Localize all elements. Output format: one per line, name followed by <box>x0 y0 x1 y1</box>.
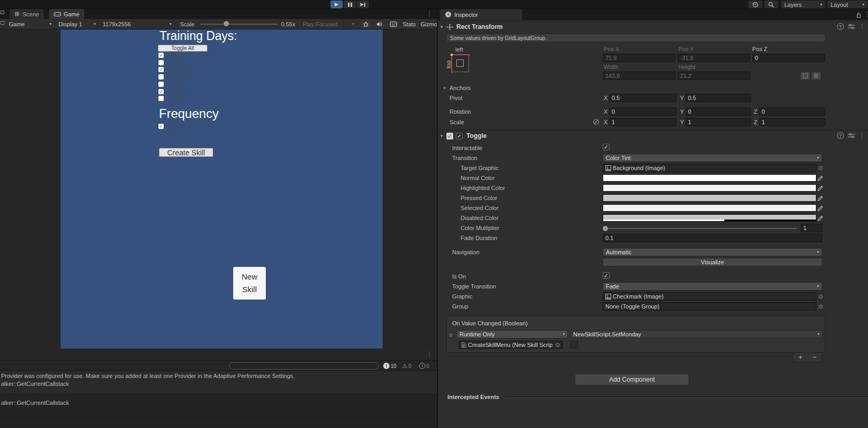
display-dropdown[interactable]: Display 1 ▾ <box>56 20 99 28</box>
console-search-input[interactable] <box>229 362 378 370</box>
play-button[interactable]: ▶ <box>331 1 343 8</box>
day-checkbox[interactable] <box>158 74 164 79</box>
fade-duration-field[interactable]: 0.1 <box>603 234 822 242</box>
debug-button[interactable] <box>360 20 372 28</box>
object-picker-icon[interactable]: ⊙ <box>817 302 824 311</box>
dock-icon[interactable] <box>1 21 4 25</box>
presets-icon[interactable] <box>848 24 855 29</box>
visualize-button[interactable]: Visualize <box>603 258 822 266</box>
new-skill-button[interactable]: NewSkill <box>233 267 266 300</box>
layout-dropdown[interactable]: Layout ▾ <box>827 1 867 8</box>
highlighted-color-swatch[interactable] <box>603 184 816 192</box>
help-icon[interactable]: ? <box>837 23 844 30</box>
console-log-entry[interactable]: Provider was configured for use. Make su… <box>0 371 437 394</box>
event-mode-dropdown[interactable]: Runtime Only ▾ <box>456 330 568 339</box>
color-multiplier-slider-thumb[interactable] <box>603 226 608 231</box>
foldout-icon[interactable]: ▼ <box>438 134 445 138</box>
pause-button[interactable] <box>344 1 356 8</box>
event-function-dropdown[interactable]: NewSkillScript.SetMonday ▾ <box>570 330 823 339</box>
day-checkbox[interactable] <box>158 96 164 101</box>
biweekly-toggle-row[interactable]: ✓ Biweekly <box>158 123 186 130</box>
toggle-transition-dropdown[interactable]: Fade ▾ <box>603 282 822 291</box>
scale-x-field[interactable]: 1 <box>609 118 676 126</box>
drag-handle-icon[interactable]: ≡ <box>449 332 452 338</box>
undo-history-button[interactable] <box>749 1 762 8</box>
pos-z-field[interactable]: 0 <box>752 54 825 62</box>
transition-dropdown[interactable]: Color Tint ▾ <box>603 154 822 162</box>
raw-edit-mode-button[interactable]: R <box>811 72 821 80</box>
tab-scene[interactable]: Scene <box>9 9 44 19</box>
info-filter-badge[interactable]: ! 10 <box>383 362 396 370</box>
create-skill-button[interactable]: Create Skill <box>159 148 213 157</box>
eyedropper-icon[interactable] <box>816 174 824 182</box>
day-toggle-row[interactable]: ✓Monday <box>158 52 185 58</box>
navigation-dropdown[interactable]: Automatic ▾ <box>603 248 822 256</box>
add-component-button[interactable]: Add Component <box>575 374 689 385</box>
mute-audio-button[interactable] <box>374 20 385 28</box>
object-picker-icon[interactable]: ⊙ <box>555 342 560 349</box>
day-toggle-row[interactable]: Friday <box>158 81 181 87</box>
rotation-x-field[interactable]: 0 <box>609 107 676 116</box>
day-toggle-row[interactable]: ✓Saturday <box>158 88 187 95</box>
dock-icon[interactable] <box>1 11 4 14</box>
scale-slider-track[interactable] <box>200 24 278 25</box>
toggle-component-header[interactable]: ▼ ✓ ✓ Toggle ? ⋮ <box>438 130 868 142</box>
search-everywhere-button[interactable] <box>764 1 778 8</box>
inspector-menu-icon[interactable]: ⋮ <box>864 11 868 18</box>
disabled-color-swatch[interactable] <box>603 214 816 222</box>
remove-event-button[interactable]: − <box>807 353 822 362</box>
component-enabled-checkbox[interactable]: ✓ <box>456 133 463 140</box>
is-on-checkbox[interactable]: ✓ <box>603 272 610 279</box>
normal-color-swatch[interactable] <box>603 174 816 182</box>
virtual-keyboard-button[interactable] <box>387 20 399 28</box>
help-icon[interactable]: ? <box>837 132 844 139</box>
color-multiplier-slider-track[interactable] <box>605 228 797 229</box>
anchors-foldout-icon[interactable]: ▸ <box>441 85 448 90</box>
graphic-field[interactable]: Checkmark (Image) <box>603 292 816 301</box>
eyedropper-icon[interactable] <box>816 194 824 202</box>
presets-icon[interactable] <box>848 133 855 138</box>
console-menu-icon[interactable]: ⋮ <box>426 351 432 357</box>
foldout-icon[interactable]: ▼ <box>438 25 445 29</box>
scale-z-field[interactable]: 1 <box>759 118 825 126</box>
layers-dropdown[interactable]: Layers ▾ <box>781 1 825 8</box>
warning-filter-badge[interactable]: ⚠ 0 <box>402 362 411 370</box>
day-toggle-row[interactable]: Thursday <box>158 74 188 80</box>
day-toggle-row[interactable]: Tuesday <box>158 59 186 66</box>
day-checkbox[interactable] <box>158 82 164 87</box>
eyedropper-icon[interactable] <box>816 204 824 212</box>
target-graphic-field[interactable]: Background (Image) <box>603 164 816 172</box>
day-checkbox[interactable]: ✓ <box>158 53 164 58</box>
add-event-button[interactable]: + <box>793 353 807 362</box>
selected-color-swatch[interactable] <box>603 204 816 212</box>
rotation-y-field[interactable]: 0 <box>685 107 751 116</box>
pivot-y-field[interactable]: 0.5 <box>685 94 751 102</box>
step-button[interactable]: ▶ <box>357 1 369 8</box>
event-target-field[interactable]: # CreateSkillMenu (New Skill Scrip ⊙ <box>458 341 563 349</box>
color-multiplier-field[interactable]: 1 <box>801 224 822 232</box>
day-toggle-row[interactable]: Sunday <box>158 95 184 102</box>
play-focused-dropdown[interactable]: Play Focused ▾ <box>300 20 357 28</box>
day-checkbox[interactable] <box>158 60 164 65</box>
anchor-preset-widget[interactable] <box>451 54 469 72</box>
biweekly-checkbox[interactable]: ✓ <box>158 124 164 129</box>
panel-menu-icon[interactable]: ⋮ <box>426 11 432 17</box>
rect-transform-header[interactable]: ▼ Rect Transform ? ⋮ <box>438 21 868 33</box>
tab-inspector[interactable]: i Inspector <box>440 9 522 20</box>
link-broken-icon[interactable] <box>593 118 600 125</box>
component-menu-icon[interactable]: ⋮ <box>859 23 865 30</box>
object-picker-icon[interactable]: ⊙ <box>817 164 824 172</box>
error-filter-badge[interactable]: ! 0 <box>419 362 430 370</box>
component-menu-icon[interactable]: ⋮ <box>859 132 865 139</box>
anchors-label[interactable]: Anchors <box>450 85 471 91</box>
resolution-dropdown[interactable]: 1179x2556 ▾ <box>100 20 175 28</box>
day-toggle-row[interactable]: ✓Wednesday <box>158 66 194 73</box>
day-checkbox[interactable]: ✓ <box>158 89 164 94</box>
pivot-x-field[interactable]: 0.5 <box>609 94 676 102</box>
eyedropper-icon[interactable] <box>816 214 824 222</box>
tab-game[interactable]: Game <box>49 9 84 19</box>
scale-slider-thumb[interactable] <box>224 21 229 26</box>
console-log-entry[interactable]: alker::GetCurrentCallstack <box>0 394 437 418</box>
blueprint-mode-button[interactable] <box>800 72 810 80</box>
stats-button[interactable]: Stats <box>400 20 418 28</box>
